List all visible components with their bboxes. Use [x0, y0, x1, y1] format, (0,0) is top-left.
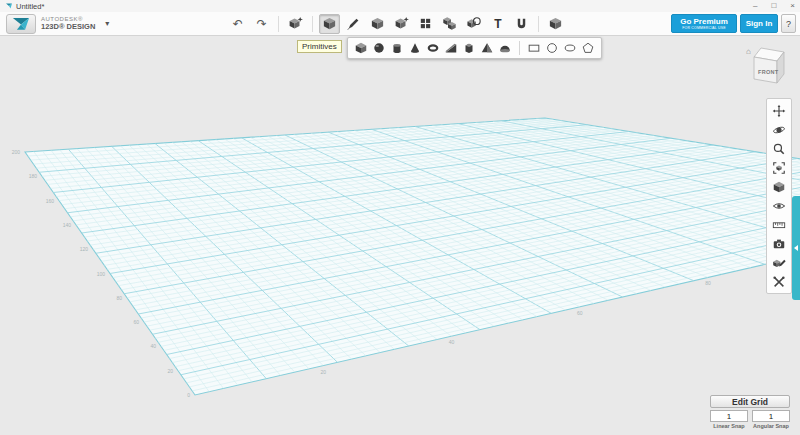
- go-premium-sublabel: FOR COMMERCIAL USE: [682, 26, 726, 30]
- go-premium-label: Go Premium: [680, 17, 728, 26]
- primitives-flyout: Primitives: [297, 37, 602, 59]
- angular-snap-label: Angular Snap: [752, 423, 790, 429]
- hemisphere-primitive-button[interactable]: [497, 40, 513, 56]
- linear-snap-input[interactable]: [710, 410, 748, 422]
- cone-primitive-button[interactable]: [407, 40, 423, 56]
- pyramid-primitive-button[interactable]: [479, 40, 495, 56]
- navigation-toolbar: [766, 98, 792, 294]
- box-primitive-button[interactable]: [353, 40, 369, 56]
- construct-tool-button[interactable]: [367, 14, 388, 34]
- wedge-primitive-button[interactable]: [443, 40, 459, 56]
- account-area: Go Premium FOR COMMERCIAL USE Sign In ?: [671, 14, 796, 33]
- primitives-panel: [347, 37, 602, 59]
- zoom-button[interactable]: [771, 141, 787, 156]
- pattern-tool-button[interactable]: [415, 14, 436, 34]
- sphere-primitive-button[interactable]: [371, 40, 387, 56]
- tool-group: ↶ ↷ T: [227, 14, 566, 34]
- edit-annotate-button[interactable]: [771, 255, 787, 270]
- grid-axis-label: 180: [29, 173, 38, 179]
- window-title: Untitled*: [16, 2, 44, 11]
- grid-axis-label: 60: [577, 310, 583, 316]
- minimize-button[interactable]: –: [753, 0, 757, 12]
- view-cube-front-label: FRONT: [758, 69, 779, 75]
- help-button[interactable]: ?: [781, 14, 796, 33]
- main-toolbar: AUTODESK® 123D® DESIGN ▾ ↶ ↷: [0, 12, 800, 36]
- primitives-tooltip: Primitives: [297, 40, 342, 53]
- modify-tool-button[interactable]: [391, 14, 412, 34]
- parts-panel-handle[interactable]: [792, 196, 800, 300]
- pan-button[interactable]: [771, 103, 787, 118]
- grid-axis-label: 120: [80, 246, 89, 252]
- flyout-separator: [519, 41, 520, 55]
- title-bar: Untitled* – □ ×: [0, 0, 800, 12]
- app-window: Untitled* – □ × AUTODESK® 123D® DESIGN ▾…: [0, 0, 800, 435]
- edit-grid-panel: Edit Grid Linear Snap Angular Snap: [710, 395, 790, 429]
- toolbar-separator: [538, 16, 539, 32]
- view-tool-button[interactable]: [545, 14, 566, 34]
- brand-text: AUTODESK® 123D® DESIGN: [41, 16, 95, 31]
- grid-axis-label: 0: [187, 392, 190, 398]
- panel-arrow-left-icon: [794, 245, 798, 251]
- grid-axis-label: 20: [167, 368, 173, 374]
- go-premium-button[interactable]: Go Premium FOR COMMERCIAL USE: [671, 14, 737, 33]
- grid-axis-label: 40: [449, 339, 455, 345]
- home-view-icon[interactable]: ⌂: [746, 47, 751, 56]
- display-style-button[interactable]: [771, 179, 787, 194]
- orbit-button[interactable]: [771, 122, 787, 137]
- app-logo-icon: [5, 2, 13, 10]
- brand-product: 123D® DESIGN: [41, 23, 95, 31]
- toolbar-separator: [312, 16, 313, 32]
- sketch-tool-button[interactable]: [343, 14, 364, 34]
- units-button[interactable]: [771, 217, 787, 232]
- snapshot-button[interactable]: [771, 236, 787, 251]
- grouping-tool-button[interactable]: [439, 14, 460, 34]
- grid-axis-label: 60: [133, 319, 139, 325]
- 123d-logo-icon: [12, 16, 30, 31]
- text-tool-button[interactable]: T: [487, 14, 508, 34]
- grid-axis-label: 80: [116, 295, 122, 301]
- zoom-fit-button[interactable]: [771, 160, 787, 175]
- edit-grid-button[interactable]: Edit Grid: [710, 395, 790, 408]
- polygon-sketch-button[interactable]: [580, 40, 596, 56]
- app-menu-logo[interactable]: [6, 14, 36, 34]
- show-hide-button[interactable]: [771, 198, 787, 213]
- combine-tool-button[interactable]: [463, 14, 484, 34]
- maximize-button[interactable]: □: [771, 0, 776, 12]
- redo-button[interactable]: ↷: [251, 14, 272, 34]
- grid-axis-label: 160: [46, 198, 55, 204]
- primitives-tool-button[interactable]: [319, 14, 340, 34]
- grid-plane: 20018016014012010080604020020406080100: [0, 35, 800, 435]
- grid-axis-label: 200: [12, 149, 21, 155]
- grid-axis-label: 140: [63, 222, 72, 228]
- prism-primitive-button[interactable]: [461, 40, 477, 56]
- linear-snap-label: Linear Snap: [710, 423, 748, 429]
- grid-axis-label: 80: [705, 280, 711, 286]
- rectangle-sketch-button[interactable]: [526, 40, 542, 56]
- ellipse-sketch-button[interactable]: [562, 40, 578, 56]
- circle-sketch-button[interactable]: [544, 40, 560, 56]
- tools-button[interactable]: [771, 274, 787, 289]
- grid-axis-label: 40: [150, 343, 156, 349]
- transform-tool-button[interactable]: [285, 14, 306, 34]
- view-cube[interactable]: FRONT ⌂: [745, 40, 795, 90]
- toolbar-separator: [278, 16, 279, 32]
- cylinder-primitive-button[interactable]: [389, 40, 405, 56]
- undo-button[interactable]: ↶: [227, 14, 248, 34]
- torus-primitive-button[interactable]: [425, 40, 441, 56]
- snap-tool-button[interactable]: [511, 14, 532, 34]
- app-menu-chevron-down-icon[interactable]: ▾: [105, 19, 109, 28]
- angular-snap-input[interactable]: [752, 410, 790, 422]
- close-button[interactable]: ×: [790, 0, 795, 12]
- sign-in-button[interactable]: Sign In: [740, 14, 778, 33]
- viewport-canvas[interactable]: 20018016014012010080604020020406080100: [0, 35, 800, 435]
- grid-axis-label: 20: [320, 369, 326, 375]
- grid-axis-label: 100: [97, 271, 106, 277]
